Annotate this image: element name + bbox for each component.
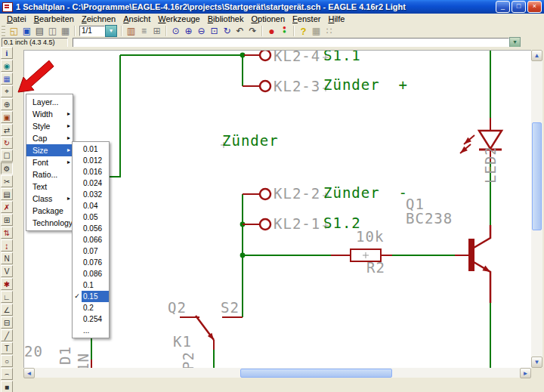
horizontal-scrollbar[interactable]: ◄ ► [23, 368, 531, 378]
run-ulp-icon[interactable]: ⊞ [150, 25, 163, 37]
sheet-selector-dropdown-icon[interactable]: ▾ [105, 25, 117, 37]
toolbar-grip[interactable] [2, 26, 5, 36]
tool-value-icon[interactable]: V [1, 265, 13, 277]
tool-show-icon[interactable]: ◉ [1, 60, 13, 72]
size-option[interactable]: 0.056 [73, 223, 109, 234]
menu-item-ratio[interactable]: Ratio... [26, 168, 73, 181]
size-option[interactable]: 0.07 [73, 245, 109, 257]
tool-rect-icon[interactable]: ■ [1, 381, 13, 392]
menu-bibliothek[interactable]: Bibliothek [204, 14, 248, 23]
zoom-select-icon[interactable]: ⊡ [208, 25, 221, 37]
tool-add-icon[interactable]: ⊞ [1, 214, 13, 226]
grid-dots-icon[interactable]: ∷ [323, 25, 335, 37]
menu-item-size[interactable]: Size▸ [26, 144, 73, 156]
scroll-down-icon[interactable]: ▼ [531, 357, 542, 368]
tool-change-wrench-icon[interactable]: ⚙ [1, 162, 13, 174]
menu-item-class[interactable]: Class▸ [26, 193, 73, 205]
tool-mark-icon[interactable]: ⌖ [1, 85, 13, 97]
tool-split-icon[interactable]: ∠ [1, 304, 13, 316]
zoom-in-icon[interactable]: ⊕ [182, 25, 195, 37]
close-button[interactable]: × [527, 1, 542, 13]
size-option-checked[interactable]: ✓0.15 [73, 291, 109, 302]
tool-rotate-icon[interactable]: ↻ [1, 137, 13, 149]
menu-ansicht[interactable]: Ansicht [119, 14, 154, 23]
menu-item-font[interactable]: Font▸ [26, 156, 73, 168]
tool-move-icon[interactable]: ⊕ [1, 98, 13, 110]
menu-item-width[interactable]: Width▸ [26, 108, 73, 120]
cam-processor-icon[interactable]: ◫ [46, 25, 59, 37]
size-option[interactable]: 0.086 [73, 268, 109, 279]
menu-item-technology[interactable]: Technology [26, 217, 73, 229]
sheet-selector-value[interactable]: 1/1 [79, 26, 105, 36]
menu-zeichnen[interactable]: Zeichnen [78, 14, 119, 23]
use-library-icon[interactable]: ▥ [125, 25, 138, 37]
tool-group-icon[interactable]: ☐ [1, 150, 13, 162]
size-option[interactable]: 0.012 [73, 155, 109, 166]
grid-lines-icon[interactable]: ▦ [310, 25, 323, 37]
scroll-up-icon[interactable]: ▲ [531, 50, 542, 61]
tool-paste-icon[interactable]: ▤ [1, 188, 13, 200]
size-option[interactable]: 0.254 [73, 313, 109, 325]
size-option[interactable]: 0.04 [73, 200, 109, 211]
menu-item-style[interactable]: Style▸ [26, 120, 73, 132]
redo-icon[interactable]: ↷ [246, 25, 259, 37]
menu-item-cap[interactable]: Cap▸ [26, 132, 73, 144]
save-icon[interactable]: ▣ [20, 25, 33, 37]
traffic-light-icon[interactable]: ● [278, 25, 291, 37]
vertical-scroll-thumb[interactable] [532, 122, 542, 230]
size-option[interactable]: 0.01 [73, 144, 109, 155]
zoom-fit-icon[interactable]: ⊙ [169, 25, 182, 37]
tool-arc-icon[interactable]: ⌢ [1, 368, 13, 380]
menu-fenster[interactable]: Fenster [289, 14, 324, 23]
vertical-scrollbar[interactable]: ▲ ▼ [531, 50, 542, 368]
undo-icon[interactable]: ↶ [233, 25, 246, 37]
menu-hilfe[interactable]: Hilfe [324, 14, 348, 23]
menu-datei[interactable]: Datei [3, 14, 30, 23]
tool-copy-icon[interactable]: ▣ [1, 111, 13, 123]
tool-pinswap-icon[interactable]: ⇅ [1, 227, 13, 239]
script-icon[interactable]: ≡ [138, 25, 150, 37]
help-icon[interactable]: ? [297, 25, 310, 37]
tool-delete-icon[interactable]: ✗ [1, 201, 13, 213]
scroll-left-icon[interactable]: ◄ [23, 368, 35, 378]
size-option[interactable]: 0.2 [73, 302, 109, 313]
size-option[interactable]: 0.016 [73, 166, 109, 177]
tool-wire-icon[interactable]: ╱ [1, 329, 13, 341]
horizontal-scroll-thumb[interactable] [240, 369, 392, 378]
tool-text-icon[interactable]: T [1, 342, 13, 354]
open-icon[interactable]: ◱ [8, 25, 20, 37]
size-option-more[interactable]: ... [73, 325, 109, 336]
tool-smash-icon[interactable]: ✱ [1, 278, 13, 290]
restore-button[interactable]: □ [512, 1, 526, 13]
menu-item-layer[interactable]: Layer... [26, 96, 73, 108]
menu-bearbeiten[interactable]: Bearbeiten [30, 14, 78, 23]
tool-miter-icon[interactable]: ∟ [1, 291, 13, 303]
stop-icon[interactable]: ● [265, 25, 278, 37]
command-input[interactable] [73, 38, 509, 48]
size-option[interactable]: 0.076 [73, 257, 109, 268]
minimize-button[interactable]: _ [496, 1, 510, 13]
menu-item-text[interactable]: Text [26, 181, 73, 193]
tool-info-icon[interactable]: i [1, 47, 13, 59]
tool-gateswap-icon[interactable]: ↨ [1, 239, 13, 252]
tool-circle-icon[interactable]: ○ [1, 355, 13, 367]
zoom-redraw-icon[interactable]: ↻ [221, 25, 233, 37]
switch-to-board-icon[interactable]: ▦ [59, 25, 72, 37]
size-option[interactable]: 0.1 [73, 279, 109, 291]
size-option[interactable]: 0.024 [73, 177, 109, 189]
tool-cut-icon[interactable]: ✂ [1, 175, 13, 187]
menu-item-package[interactable]: Package [26, 205, 73, 217]
scroll-right-icon[interactable]: ► [520, 368, 531, 378]
menu-werkzeuge[interactable]: Werkzeuge [154, 14, 203, 23]
zoom-out-icon[interactable]: ⊖ [195, 25, 208, 37]
size-option[interactable]: 0.032 [73, 189, 109, 200]
menu-optionen[interactable]: Optionen [247, 14, 289, 23]
tool-mirror-icon[interactable]: ⇄ [1, 124, 13, 136]
tool-display-icon[interactable]: ▦ [1, 73, 13, 85]
size-option[interactable]: 0.066 [73, 234, 109, 245]
print-icon[interactable]: ▤ [33, 25, 46, 37]
sheet-selector[interactable]: 1/1 ▾ [79, 25, 117, 37]
tool-invoke-icon[interactable]: ⊟ [1, 316, 13, 329]
size-option[interactable]: 0.05 [73, 211, 109, 223]
tool-name-icon[interactable]: N [1, 252, 13, 264]
